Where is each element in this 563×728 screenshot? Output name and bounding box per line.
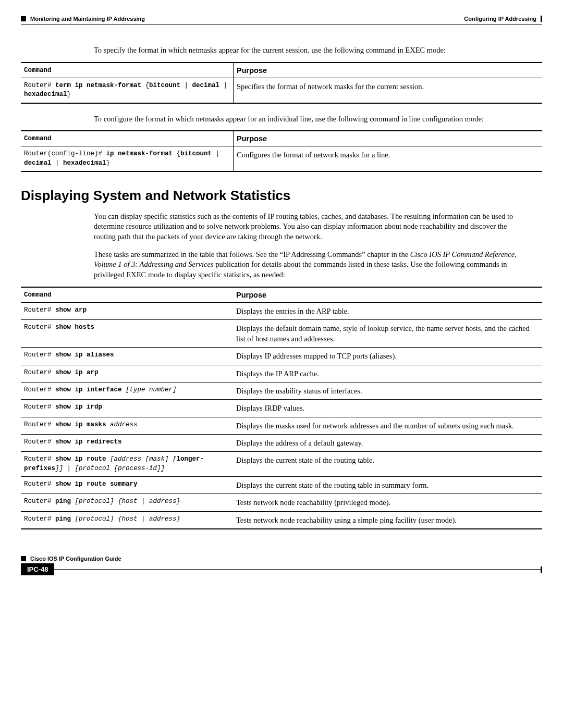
cmd-cell: Router# ping [protocol] {host | address} bbox=[21, 511, 233, 529]
table-row: Router# show ip route summaryDisplays th… bbox=[21, 477, 542, 494]
table-header-command: Command bbox=[21, 287, 233, 303]
footer-guide-title: Cisco IOS IP Configuration Guide bbox=[30, 556, 121, 562]
cmd-cell: Router# show ip route summary bbox=[21, 477, 233, 494]
table-row: Router# ping [protocol] {host | address}… bbox=[21, 511, 542, 529]
cmd-cell: Router# show ip masks address bbox=[21, 417, 233, 434]
table-row: Router# show hostsDisplays the default d… bbox=[21, 319, 542, 348]
purpose-cell: Displays the IP ARP cache. bbox=[233, 365, 542, 382]
header-marker-icon bbox=[21, 16, 26, 21]
purpose-cell: Tests network node reachability (privile… bbox=[233, 494, 542, 511]
section-heading-stats: Displaying System and Network Statistics bbox=[21, 188, 542, 204]
header-chapter: Configuring IP Addressing bbox=[464, 16, 536, 22]
table-row: Router# term ip netmask-format {bitcount… bbox=[21, 78, 542, 103]
table-row: Router(config-line)# ip netmask-format {… bbox=[21, 146, 542, 172]
table-row: Router# show ip irdpDisplays IRDP values… bbox=[21, 400, 542, 417]
purpose-cell: Displays the masks used for network addr… bbox=[233, 417, 542, 434]
stats-paragraph-2: These tasks are summarized in the table … bbox=[94, 250, 521, 280]
table-row: Router# show ip redirectsDisplays the ad… bbox=[21, 434, 542, 451]
cmd-cell: Router# show ip irdp bbox=[21, 400, 233, 417]
header-rule bbox=[21, 24, 542, 24]
stats-paragraph-1: You can display specific statistics such… bbox=[94, 212, 521, 242]
cmd-cell: Router# show ip aliases bbox=[21, 348, 233, 365]
table-row: Router# show ip aliasesDisplays IP addre… bbox=[21, 348, 542, 365]
purpose-cell: Configures the format of network masks f… bbox=[234, 146, 543, 172]
table-row: Router# show ip interface [type number]D… bbox=[21, 382, 542, 399]
header-end-marker-icon bbox=[541, 16, 542, 22]
table-row: Router# show ip masks addressDisplays th… bbox=[21, 417, 542, 434]
page-footer: Cisco IOS IP Configuration Guide IPC-48 bbox=[21, 556, 542, 575]
cmd-cell: Router# show ip interface [type number] bbox=[21, 382, 233, 399]
footer-end-marker-icon bbox=[541, 566, 542, 573]
purpose-cell: Displays the current state of the routin… bbox=[233, 477, 542, 494]
table-header-command: Command bbox=[21, 63, 234, 78]
stats-commands-table: Command Purpose Router# show arpDisplays… bbox=[21, 287, 542, 530]
purpose-cell: Displays the entries in the ARP table. bbox=[233, 302, 542, 319]
table-header-command: Command bbox=[21, 131, 234, 146]
cmd-cell: Router# show ip redirects bbox=[21, 434, 233, 451]
netmask-session-table: Command Purpose Router# term ip netmask-… bbox=[21, 62, 542, 104]
purpose-cell: Displays the current state of the routin… bbox=[233, 452, 542, 477]
cmd-cell: Router# show ip arp bbox=[21, 365, 233, 382]
netmask-line-table: Command Purpose Router(config-line)# ip … bbox=[21, 130, 542, 172]
cmd-cell: Router# show ip route [address [mask] [l… bbox=[21, 452, 233, 477]
page-number-badge: IPC-48 bbox=[21, 563, 54, 575]
table-header-purpose: Purpose bbox=[233, 287, 542, 303]
purpose-cell: Displays IRDP values. bbox=[233, 400, 542, 417]
table-row: Router# ping [protocol] {host | address}… bbox=[21, 494, 542, 511]
cmd-cell: Router(config-line)# ip netmask-format {… bbox=[21, 146, 234, 172]
table-row: Router# show arpDisplays the entries in … bbox=[21, 302, 542, 319]
intro-paragraph-1: To specify the format in which netmasks … bbox=[94, 45, 521, 56]
purpose-cell: Displays the default domain name, style … bbox=[233, 319, 542, 348]
table-row: Router# show ip route [address [mask] [l… bbox=[21, 452, 542, 477]
intro-paragraph-2: To configure the format in which netmask… bbox=[94, 114, 521, 125]
cmd-cell: Router# term ip netmask-format {bitcount… bbox=[21, 78, 234, 103]
purpose-cell: Tests network node reachability using a … bbox=[233, 511, 542, 529]
footer-rule bbox=[54, 569, 541, 570]
table-row: Router# show ip arpDisplays the IP ARP c… bbox=[21, 365, 542, 382]
purpose-cell: Displays the usability status of interfa… bbox=[233, 382, 542, 399]
header-section: Monitoring and Maintaining IP Addressing bbox=[30, 16, 145, 22]
purpose-cell: Specifies the format of network masks fo… bbox=[234, 78, 543, 103]
table-header-purpose: Purpose bbox=[234, 131, 543, 146]
cmd-cell: Router# show arp bbox=[21, 302, 233, 319]
page-header: Monitoring and Maintaining IP Addressing… bbox=[21, 16, 542, 22]
cmd-cell: Router# show hosts bbox=[21, 319, 233, 348]
purpose-cell: Displays the address of a default gatewa… bbox=[233, 434, 542, 451]
table-header-purpose: Purpose bbox=[234, 63, 543, 78]
purpose-cell: Displays IP addresses mapped to TCP port… bbox=[233, 348, 542, 365]
footer-marker-icon bbox=[21, 556, 26, 561]
cmd-cell: Router# ping [protocol] {host | address} bbox=[21, 494, 233, 511]
